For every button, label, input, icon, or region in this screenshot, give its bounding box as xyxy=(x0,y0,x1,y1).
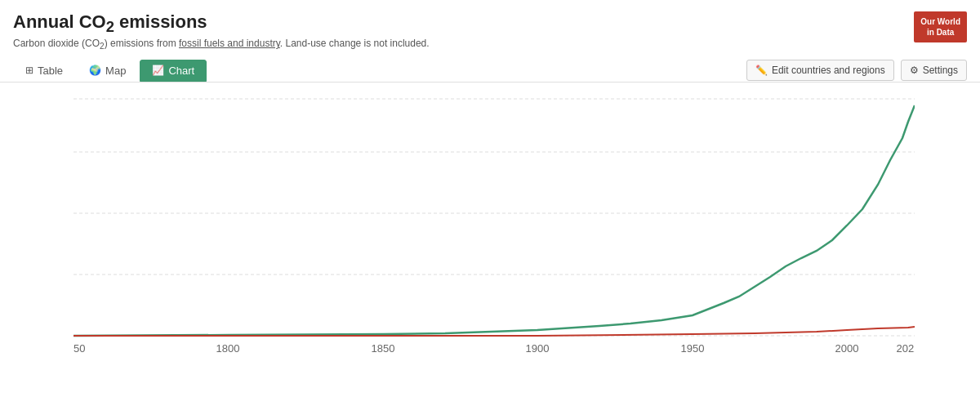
svg-text:2022: 2022 xyxy=(897,342,915,355)
chart-title: Annual CO2 emissions xyxy=(13,11,430,36)
edit-countries-button[interactable]: ✏️ Edit countries and regions xyxy=(746,60,894,81)
main-chart-svg: 0 t 5 billion t 10 billion t 15 billion … xyxy=(74,91,915,360)
svg-text:1800: 1800 xyxy=(216,342,240,355)
gear-icon: ⚙ xyxy=(910,65,919,76)
tabs-bar: ⊞ Table 🌍 Map 📈 Chart ✏️ Edit countries … xyxy=(0,56,980,83)
settings-button[interactable]: ⚙ Settings xyxy=(901,60,967,81)
page-container: Annual CO2 emissions Carbon dioxide (CO2… xyxy=(0,0,980,415)
tab-map[interactable]: 🌍 Map xyxy=(77,60,138,82)
table-icon: ⊞ xyxy=(25,65,33,76)
pencil-icon: ✏️ xyxy=(755,65,768,76)
owid-logo: Our Worldin Data xyxy=(914,11,967,42)
svg-text:2000: 2000 xyxy=(835,342,859,355)
svg-text:1950: 1950 xyxy=(681,342,705,355)
map-icon: 🌍 xyxy=(89,65,101,76)
header-left: Annual CO2 emissions Carbon dioxide (CO2… xyxy=(13,11,430,51)
chart-area: 0 t 5 billion t 10 billion t 15 billion … xyxy=(0,83,980,393)
svg-text:1900: 1900 xyxy=(526,342,550,355)
chart-subtitle: Carbon dioxide (CO2) emissions from foss… xyxy=(13,38,430,51)
chart-icon: 📈 xyxy=(152,65,164,76)
asia-line xyxy=(74,105,915,336)
tab-table[interactable]: ⊞ Table xyxy=(13,60,75,82)
svg-text:1850: 1850 xyxy=(372,342,395,355)
tabs-left: ⊞ Table 🌍 Map 📈 Chart xyxy=(13,60,207,82)
tab-chart[interactable]: 📈 Chart xyxy=(140,60,207,82)
page-header: Annual CO2 emissions Carbon dioxide (CO2… xyxy=(0,0,980,56)
svg-text:1750: 1750 xyxy=(74,342,85,355)
tabs-right: ✏️ Edit countries and regions ⚙ Settings xyxy=(746,60,967,81)
